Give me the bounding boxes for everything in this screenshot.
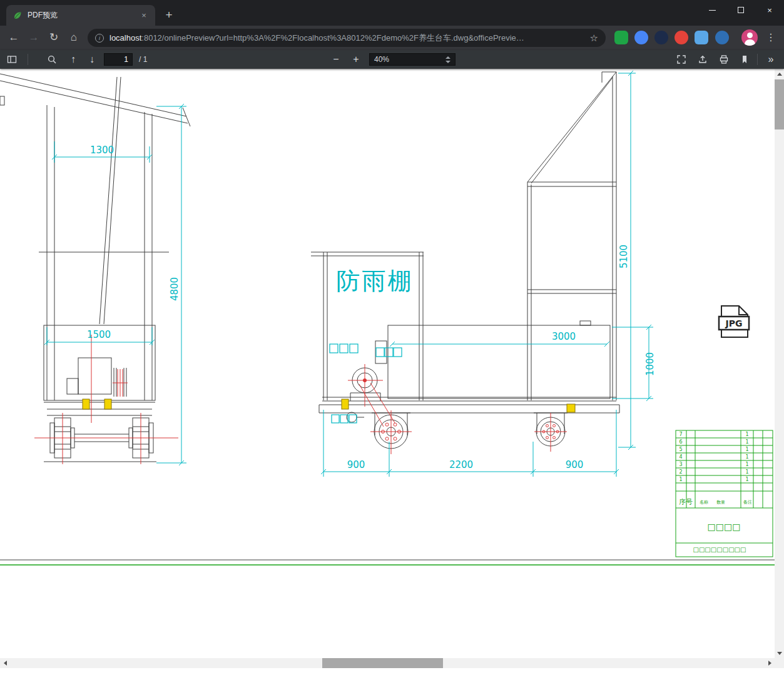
jpg-label: JPG <box>725 318 743 328</box>
header-name: 名称 <box>700 500 708 505</box>
extension-icon-5[interactable] <box>695 31 708 44</box>
row-number: 6 <box>679 439 682 445</box>
bookmark-star-icon[interactable]: ☆ <box>590 33 598 44</box>
zoom-select[interactable]: 40% <box>369 53 456 66</box>
extension-icon-1[interactable] <box>614 31 628 44</box>
vertical-scroll-thumb[interactable] <box>775 79 784 129</box>
sidebar-toggle-icon <box>7 54 17 64</box>
window-close-button[interactable]: × <box>755 0 784 20</box>
back-icon[interactable]: ← <box>5 29 23 46</box>
minimize-button[interactable] <box>698 0 726 20</box>
dim-900-left: 900 <box>347 459 365 470</box>
row-qty: 1 <box>745 439 748 445</box>
row-number: 5 <box>679 447 682 452</box>
right-view-centerlines <box>348 364 567 454</box>
bookmark-button[interactable] <box>736 52 753 67</box>
row-number: 4 <box>679 454 682 460</box>
row-qty: 1 <box>745 454 748 460</box>
home-icon[interactable]: ⌂ <box>65 29 83 46</box>
row-number: 1 <box>679 477 682 482</box>
print-button[interactable] <box>716 52 732 67</box>
dim-5100: 5100 <box>618 245 629 268</box>
row-qty: 1 <box>745 477 748 482</box>
page-info-icon[interactable]: i <box>95 34 104 43</box>
scroll-down-arrow[interactable] <box>775 648 784 658</box>
scrollbar-corner <box>775 658 784 668</box>
minimize-icon <box>709 10 716 11</box>
window-controls: × <box>698 0 784 20</box>
sidebar-toggle-button[interactable] <box>4 52 20 67</box>
url-text: localhost:8012/onlinePreview?url=http%3A… <box>109 33 524 44</box>
toolbar-divider <box>28 54 28 65</box>
page-down-button[interactable]: ↓ <box>84 52 100 67</box>
header-qty: 数量 <box>716 500 725 505</box>
row-qty: 1 <box>745 447 748 452</box>
dim-1300: 1300 <box>90 145 114 156</box>
forward-icon[interactable]: → <box>25 29 43 46</box>
open-file-button[interactable] <box>695 52 711 67</box>
zoom-value-label: 40% <box>374 55 445 64</box>
extension-icon-3[interactable] <box>654 31 668 44</box>
url-host: localhost <box>109 33 141 43</box>
url-path: :8012/onlinePreview?url=http%3A%2F%2Floc… <box>141 33 524 43</box>
header-note: 备注 <box>743 499 752 505</box>
extension-icon-6[interactable] <box>715 31 729 44</box>
more-tools-button[interactable]: » <box>763 52 779 67</box>
dim-2200: 2200 <box>449 459 473 470</box>
horizontal-scrollbar[interactable] <box>0 658 775 668</box>
toolbar-divider <box>757 54 758 65</box>
search-icon <box>47 54 57 64</box>
dim-1500: 1500 <box>87 329 111 340</box>
title-block-footer: □□□□□□□□□ <box>693 546 746 553</box>
zoom-in-button[interactable]: + <box>348 52 364 67</box>
kkfileview-leaf-icon <box>13 11 23 21</box>
open-file-icon <box>698 54 708 64</box>
profile-avatar[interactable] <box>741 29 758 46</box>
row-qty: 1 <box>745 432 748 437</box>
right-view-geometry <box>311 72 619 449</box>
dim-3000: 3000 <box>552 331 576 342</box>
page-up-button[interactable]: ↑ <box>65 52 81 67</box>
extension-icon-2[interactable] <box>634 31 648 44</box>
zoom-select-arrows-icon <box>445 56 451 63</box>
navigation-bar: ← → ↻ ⌂ i localhost:8012/onlinePreview?u… <box>0 26 784 50</box>
bookmark-icon <box>740 54 750 64</box>
tab-title: PDF预览 <box>28 10 134 21</box>
pdf-page: 1300 4800 1500 <box>0 69 775 658</box>
dim-1000: 1000 <box>644 352 656 376</box>
right-view-annotations: 防雨棚 5100 3000 1000 900 2200 <box>321 71 656 477</box>
zoom-out-button[interactable]: − <box>328 52 344 67</box>
new-tab-button[interactable]: + <box>161 7 177 23</box>
window-bottom-edge <box>0 668 784 675</box>
presentation-mode-icon <box>676 54 686 64</box>
search-button[interactable] <box>44 52 60 67</box>
maximize-button[interactable] <box>726 0 755 20</box>
browser-tab[interactable]: PDF预览 × <box>6 5 155 26</box>
canopy-label: 防雨棚 <box>337 267 414 295</box>
cad-drawing: 1300 4800 1500 <box>0 69 775 658</box>
title-block-title: □□□□ <box>708 522 741 532</box>
row-number: 2 <box>679 469 682 475</box>
pdf-toolbar: ↑ ↓ / 1 − + 40% <box>0 50 784 69</box>
dim-4800: 4800 <box>169 277 180 301</box>
maximize-icon <box>738 7 744 13</box>
vertical-scrollbar[interactable] <box>775 69 784 658</box>
scroll-left-arrow[interactable] <box>0 658 10 668</box>
scroll-right-arrow[interactable] <box>765 658 775 668</box>
extension-icon-4[interactable] <box>675 31 688 44</box>
dim-900-right: 900 <box>566 459 584 470</box>
scroll-up-arrow[interactable] <box>775 69 784 79</box>
address-bar[interactable]: i localhost:8012/onlinePreview?url=http%… <box>88 29 606 47</box>
tab-close-icon[interactable]: × <box>139 11 149 21</box>
left-view-geometry <box>0 74 190 462</box>
page-count-label: / 1 <box>139 55 147 64</box>
horizontal-scroll-thumb[interactable] <box>322 658 443 668</box>
header-seq: 序号 <box>679 498 693 506</box>
presentation-mode-button[interactable] <box>673 52 690 67</box>
browser-menu-icon[interactable]: ⋮ <box>766 29 776 46</box>
title-block: 7 6 5 4 3 2 1 1 1 1 1 1 1 1 序号 名称 数量 备注 … <box>676 430 773 557</box>
row-qty: 1 <box>745 469 748 475</box>
row-number: 3 <box>679 462 682 467</box>
reload-icon[interactable]: ↻ <box>45 29 63 46</box>
page-number-input[interactable] <box>104 53 133 66</box>
